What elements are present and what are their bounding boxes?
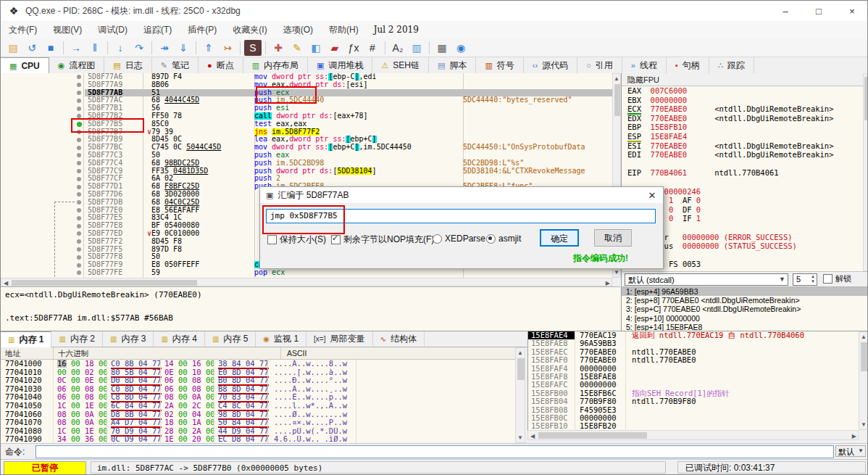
stack-row-15E8FB10[interactable]: 15E8FB1015E8FB20 xyxy=(528,422,859,430)
instruction-dot-icon[interactable] xyxy=(77,91,81,95)
tab-句柄[interactable]: ▪句柄 xyxy=(667,57,709,73)
register-row[interactable]: EDX 770EABE0 <ntdll.DbgUiRemoteBreakin> xyxy=(622,114,868,123)
instruction-dot-icon[interactable] xyxy=(77,239,81,244)
instruction-dot-icon[interactable] xyxy=(77,107,81,111)
step-out-icon[interactable]: ⇑ xyxy=(200,40,217,56)
registers-vscrollbar[interactable] xyxy=(863,73,868,271)
tab-内存 5[interactable]: ▥内存 5 xyxy=(205,331,256,347)
stack-row-15E8FAE8[interactable]: 15E8FAE896A59BB3 xyxy=(528,339,859,347)
menu-item-7[interactable]: 帮助(H) xyxy=(321,21,367,38)
run-to-user-code-icon[interactable]: ↣ xyxy=(219,40,236,56)
tab-内存 4[interactable]: ▥内存 4 xyxy=(154,331,204,347)
menu-item-1[interactable]: 视图(V) xyxy=(45,21,90,38)
register-row[interactable] xyxy=(622,178,868,187)
menu-item-3[interactable]: 追踪(T) xyxy=(135,21,180,38)
stack-row-15E8FAEC[interactable]: 15E8FAEC770EABE0ntdll.770EABE0 xyxy=(528,348,859,356)
stack-hscrollbar[interactable]: ◀ ▶ xyxy=(527,430,859,440)
instruction-dot-icon[interactable] xyxy=(77,192,81,197)
assemble-instruction-input[interactable]: jmp 0x5D8F77B5 xyxy=(266,209,656,223)
register-row[interactable]: EAX 007C6000 xyxy=(622,86,868,96)
menu-item-0[interactable]: 文件(F) xyxy=(1,21,45,38)
breakpoint-dot-icon[interactable] xyxy=(77,122,82,127)
menu-item-5[interactable]: 收藏夹(I) xyxy=(225,21,275,38)
instruction-dot-icon[interactable] xyxy=(77,75,81,79)
stack-row-15E8FAE4[interactable]: 15E8FAE4770EAC19返回到 ntdll.770EAC19 自 ntd… xyxy=(528,331,859,339)
stack-row-15E8FB04[interactable]: 15E8FB04770B9F80ntdll.770B9F80 xyxy=(528,397,859,405)
stack-row-15E8FB08[interactable]: 15E8FB08F45905E3 xyxy=(528,406,859,414)
close-button[interactable]: × xyxy=(835,1,868,21)
tab-跟踪[interactable]: ∴跟踪 xyxy=(709,57,754,73)
register-row[interactable]: EDI 770EABE0 <ntdll.DbgUiRemoteBreakin> xyxy=(622,150,868,160)
argument-row[interactable]: 4: [esp+10] 00000000 xyxy=(622,314,868,323)
instruction-dot-icon[interactable] xyxy=(77,224,81,228)
tab-调用堆栈[interactable]: ▣调用堆栈 xyxy=(308,57,372,73)
memory-dump-panel[interactable]: 地址 十六进制 ASCII 7704100016 00 18 00C0 8B 0… xyxy=(1,347,515,443)
command-input[interactable] xyxy=(36,445,834,458)
instruction-dot-icon[interactable] xyxy=(77,130,81,134)
tab-SEH链[interactable]: ⚠SEH链 xyxy=(372,57,429,73)
disasm-row-5D8F77C4[interactable]: 5D8F77C468 98BDC25Dpush im.5DC2BD985DC2B… xyxy=(1,160,612,168)
dialog-title-bar[interactable]: ▣ 汇编于 5D8F77AB ✕ xyxy=(260,187,663,203)
instruction-dot-icon[interactable] xyxy=(77,169,81,173)
stack-row-15E8FAFC[interactable]: 15E8FAFC00000000 xyxy=(528,381,859,389)
asmjit-radio[interactable]: asmjit xyxy=(486,234,521,244)
disasm-row-5D8F77B5[interactable]: 5D8F77B585C0test eax,eax xyxy=(1,120,612,128)
arguments-panel[interactable]: 1: [esp+4] 96A59BB32: [esp+8] 770EABE0 <… xyxy=(621,286,868,331)
tab-内存布局[interactable]: ▥内存布局 xyxy=(243,57,308,73)
register-row[interactable]: ESI 770EABE0 <ntdll.DbgUiRemoteBreakin> xyxy=(622,141,868,151)
stack-row-15E8FAF4[interactable]: 15E8FAF400000000 xyxy=(528,365,859,373)
bookmark-icon[interactable]: ▰ xyxy=(326,40,343,56)
tab-笔记[interactable]: ✎笔记 xyxy=(152,57,199,73)
pause-icon[interactable]: ‖ xyxy=(86,40,104,56)
tab-内存 1[interactable]: ▥内存 1 xyxy=(1,331,51,347)
register-row[interactable]: ESP 15E8FAE4 xyxy=(622,132,868,141)
tab-源代码[interactable]: ‹›源代码 xyxy=(524,57,577,73)
instruction-dot-icon[interactable] xyxy=(77,263,81,268)
stack-panel[interactable]: 15E8FAE4770EAC19返回到 ntdll.770EAC19 自 ntd… xyxy=(527,331,859,430)
calling-convention-select[interactable]: 默认 (stdcall)▼ xyxy=(625,273,788,286)
instruction-dot-icon[interactable] xyxy=(77,216,81,220)
tab-流程图[interactable]: ◉流程图 xyxy=(49,57,105,73)
register-row[interactable]: EBX 00000000 xyxy=(622,96,868,105)
label-icon[interactable]: ◧ xyxy=(307,40,325,56)
argument-row[interactable]: 5: [esp+14] 15E8FAE8 xyxy=(622,323,868,331)
register-row[interactable]: ECX 770EABE0 <ntdll.DbgUiRemoteBreakin> xyxy=(622,104,868,114)
menu-item-2[interactable]: 调试(D) xyxy=(90,21,135,38)
instruction-dot-icon[interactable] xyxy=(77,146,81,150)
instruction-dot-icon[interactable] xyxy=(77,270,81,275)
instruction-dot-icon[interactable] xyxy=(77,255,81,260)
patch-icon[interactable]: ✚ xyxy=(270,40,287,56)
font-icon[interactable]: A₂ xyxy=(389,40,406,56)
report-icon[interactable]: ▥ xyxy=(408,40,425,56)
stop-icon[interactable]: ■ xyxy=(42,40,59,56)
tab-日志[interactable]: ▤日志 xyxy=(104,57,151,73)
execute-till-return-icon[interactable]: ⇓ xyxy=(175,40,192,56)
tab-线程[interactable]: »线程 xyxy=(622,57,667,73)
minimize-button[interactable]: – xyxy=(769,1,802,21)
keep-size-checkbox[interactable]: 保持大小(S) xyxy=(267,234,326,246)
ok-button[interactable]: 确定 xyxy=(540,229,579,247)
instruction-dot-icon[interactable] xyxy=(77,99,81,103)
step-over-icon[interactable]: ↷ xyxy=(130,40,148,56)
tab-CPU[interactable]: ▦CPU xyxy=(1,57,49,74)
argument-row[interactable]: 2: [esp+8] 770EABE0 <ntdll.DbgUiRemoteBr… xyxy=(622,296,868,305)
dump-vscrollbar[interactable]: ▲ ▼ xyxy=(515,347,525,443)
run-to-cursor-icon[interactable]: ↠ xyxy=(156,40,173,56)
instruction-dot-icon[interactable] xyxy=(77,208,81,212)
run-icon[interactable]: → xyxy=(67,40,85,56)
disasm-hscrollbar[interactable]: ◀ ▶ xyxy=(1,278,612,286)
instruction-dot-icon[interactable] xyxy=(77,114,81,118)
instruction-dot-icon[interactable] xyxy=(77,153,81,157)
calculator-icon[interactable]: ▦ xyxy=(433,40,451,56)
stack-row-15E8FAF0[interactable]: 15E8FAF0770EABE0ntdll.770EABE0 xyxy=(528,356,859,364)
tab-符号[interactable]: ▥符号 xyxy=(476,57,523,73)
command-mode-select[interactable]: 默认▼ xyxy=(835,445,866,457)
tab-结构体[interactable]: ∿结构体 xyxy=(373,331,425,347)
cancel-button[interactable]: 取消 xyxy=(594,229,632,247)
disasm-row-5D8F77A9[interactable]: 5D8F77A98B06mov eax,dword ptr ds:[esi] xyxy=(1,81,612,89)
function-icon[interactable]: ƒx xyxy=(345,40,362,56)
tab-内存 2[interactable]: ▥内存 2 xyxy=(51,331,102,347)
argument-depth-stepper[interactable]: 5▲▼ xyxy=(793,273,817,286)
comment-icon[interactable]: ✎ xyxy=(288,40,306,56)
instruction-dot-icon[interactable] xyxy=(77,161,81,165)
